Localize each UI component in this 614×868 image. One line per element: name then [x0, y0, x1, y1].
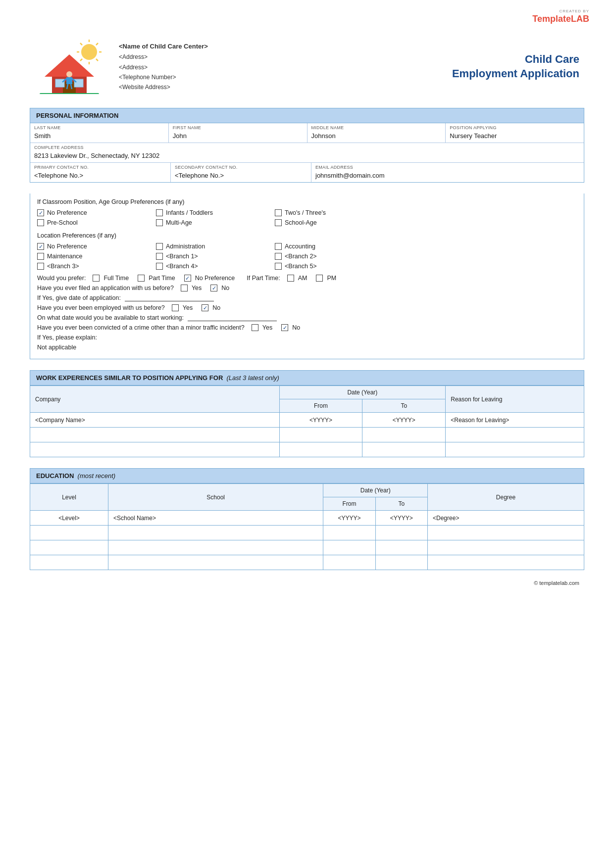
page: CREATED BY TemplateLAB	[0, 0, 614, 868]
cb-convicted-no-label: No	[292, 324, 300, 331]
email-cell: EMAIL ADDRESS johnsmith@domain.com	[311, 163, 584, 182]
applied-before-row: Have you ever filed an application with …	[37, 285, 577, 291]
cb-branch5-label: <Branch 5>	[285, 263, 317, 270]
first-name-label: FIRST NAME	[173, 125, 303, 130]
cb-loc-no-preference[interactable]: ✓ No Preference	[37, 243, 146, 250]
cb-fulltime-box	[93, 275, 100, 282]
from-header: From	[279, 399, 362, 413]
cb-twos-threes-box	[275, 209, 282, 216]
cb-branch4-box	[156, 263, 163, 270]
edu-school-3	[108, 540, 323, 555]
edu-to-3	[375, 540, 427, 555]
cb-multi-age[interactable]: Multi-Age	[156, 219, 265, 226]
cb-applied-yes-box	[181, 285, 188, 291]
work-from-3	[279, 442, 362, 457]
svg-line-7	[96, 43, 98, 45]
edu-from-3	[323, 540, 375, 555]
edu-row-3	[30, 540, 584, 555]
cb-infants-toddlers[interactable]: Infants / Toddlers	[156, 209, 265, 216]
application-date-field[interactable]	[125, 294, 214, 301]
work-reason-3	[446, 442, 584, 457]
footer: © templatelab.com	[30, 580, 584, 586]
cb-loc-no-preference-label: No Preference	[47, 243, 87, 250]
primary-contact-value: <Telephone No.>	[34, 171, 166, 180]
templatelab-logo: CREATED BY TemplateLAB	[532, 9, 589, 24]
primary-contact-label: PRIMARY CONTACT NO.	[34, 165, 166, 170]
convicted-row: Have you ever been convicted of a crime …	[37, 324, 577, 331]
brand-name-part2: LAB	[571, 14, 589, 24]
personal-info-section-header: PERSONAL INFORMATION	[30, 108, 584, 123]
cb-pre-school-label: Pre-School	[47, 219, 78, 226]
website: <Website Address>	[119, 82, 421, 92]
primary-contact-cell: PRIMARY CONTACT NO. <Telephone No.>	[30, 163, 171, 182]
copyright: © templatelab.com	[534, 580, 579, 586]
convicted-explain-row: If Yes, please explain:	[37, 334, 577, 341]
cb-maintenance[interactable]: Maintenance	[37, 253, 146, 260]
created-by-label: CREATED BY	[532, 9, 589, 14]
preferences-section: If Classroom Position, Age Group Prefere…	[30, 193, 584, 359]
edu-from-1: <YYYY>	[323, 511, 375, 526]
classroom-row-1: ✓ No Preference Infants / Toddlers Two's…	[37, 209, 577, 216]
cb-pre-school[interactable]: Pre-School	[37, 219, 146, 226]
work-preference-row: Would you prefer: Full Time Part Time ✓ …	[37, 275, 577, 282]
cb-loc-no-preference-box: ✓	[37, 243, 44, 250]
edu-to-2	[375, 526, 427, 540]
cb-no-preference[interactable]: ✓ No Preference	[37, 209, 146, 216]
cb-am-label: AM	[298, 275, 307, 282]
cb-school-age[interactable]: School-Age	[275, 219, 384, 226]
cb-branch1-label: <Branch 1>	[166, 253, 198, 260]
employed-before-row: Have you ever been employed with us befo…	[37, 304, 577, 311]
cb-infants-toddlers-label: Infants / Toddlers	[166, 209, 213, 216]
cb-branch1[interactable]: <Branch 1>	[156, 253, 265, 260]
work-exp-section-header: WORK EXPERENCES SIMILAR TO POSITION APPL…	[30, 370, 584, 386]
cb-convicted-no-box: ✓	[281, 324, 288, 331]
position-label: POSITION APPLYING	[450, 125, 580, 130]
level-header: Level	[30, 484, 108, 511]
edu-degree-4	[428, 555, 584, 570]
degree-header: Degree	[428, 484, 584, 511]
classroom-row-2: Pre-School Multi-Age School-Age	[37, 219, 577, 226]
edu-degree-2	[428, 526, 584, 540]
work-row-3	[30, 442, 584, 457]
available-date-field[interactable]	[188, 314, 277, 321]
cb-branch3-box	[37, 263, 44, 270]
cb-branch2[interactable]: <Branch 2>	[275, 253, 384, 260]
cb-applied-yes-label: Yes	[192, 285, 202, 291]
edu-degree-3	[428, 540, 584, 555]
svg-line-8	[80, 59, 82, 61]
cb-branch3[interactable]: <Branch 3>	[37, 263, 146, 270]
form-title: Child Care Employment Application	[421, 52, 579, 81]
cb-school-age-box	[275, 219, 282, 226]
cb-accounting[interactable]: Accounting	[275, 243, 384, 250]
work-exp-title: WORK EXPERENCES SIMILAR TO POSITION APPL…	[36, 374, 223, 382]
last-name-cell: LAST NAME Smith	[30, 123, 169, 143]
location-row-1: ✓ No Preference Administration Accountin…	[37, 243, 577, 250]
work-company-3	[30, 442, 280, 457]
edu-degree-1: <Degree>	[428, 511, 584, 526]
cb-twos-threes[interactable]: Two's / Three's	[275, 209, 384, 216]
logo-image	[35, 40, 104, 94]
svg-line-5	[80, 43, 82, 45]
cb-am-box	[287, 275, 294, 282]
to-header: To	[362, 399, 446, 413]
convicted-explanation-value: Not applicable	[37, 344, 76, 351]
work-experience-table: Company Date (Year) Reason for Leaving F…	[30, 386, 584, 457]
work-from-1: <YYYY>	[279, 413, 362, 428]
brand-name-part1: Template	[532, 14, 571, 24]
work-from-2	[279, 428, 362, 442]
cb-branch5[interactable]: <Branch 5>	[275, 263, 384, 270]
svg-point-0	[81, 44, 97, 60]
middle-name-cell: MIDDLE NAME Johnson	[307, 123, 446, 143]
cb-multi-age-box	[156, 219, 163, 226]
cb-applied-no-label: No	[221, 285, 229, 291]
work-exp-subtitle: (Last 3 latest only)	[227, 374, 279, 382]
edu-level-4	[30, 555, 108, 570]
address1: <Address>	[119, 52, 421, 62]
cb-pre-school-box	[37, 219, 44, 226]
edu-from-4	[323, 555, 375, 570]
cb-administration[interactable]: Administration	[156, 243, 265, 250]
convicted-text: Have you ever been convicted of a crime …	[37, 324, 245, 331]
classroom-pref-title: If Classroom Position, Age Group Prefere…	[37, 198, 577, 205]
cb-branch4[interactable]: <Branch 4>	[156, 263, 265, 270]
cb-applied-no-box: ✓	[210, 285, 217, 291]
